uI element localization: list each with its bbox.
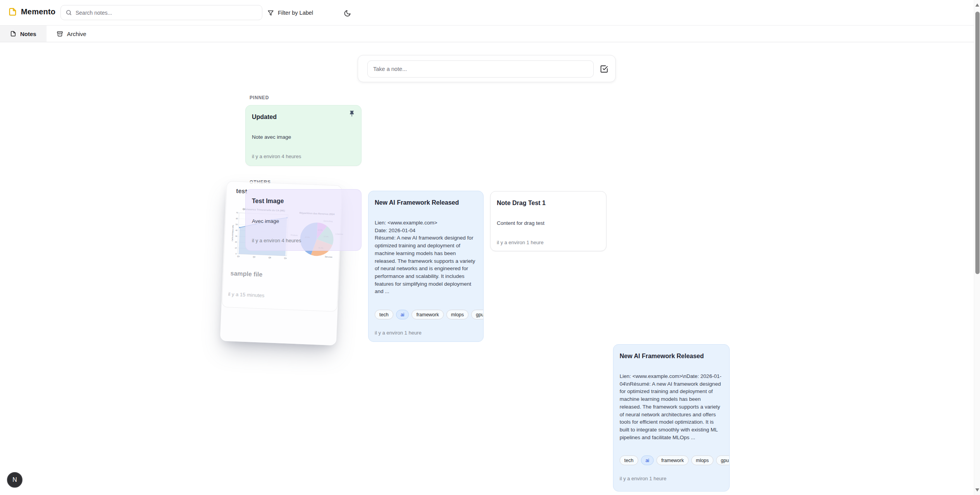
tag-pill[interactable]: ai (641, 455, 654, 465)
note-content: Avec image (252, 217, 355, 225)
note-content: Note avec image (252, 133, 355, 141)
svg-text:0: 0 (236, 253, 237, 255)
search-input[interactable] (76, 10, 257, 16)
note-card-ai-framework[interactable]: New AI Framework Released Lien: <www.exa… (368, 191, 484, 342)
note-content: Content for drag test (497, 219, 600, 227)
search-box[interactable] (60, 5, 262, 20)
note-title: New AI Framework Released (375, 199, 477, 207)
filter-by-label-button[interactable]: Filter by Label (267, 7, 313, 19)
header: Memento Filter by Label (0, 0, 980, 25)
svg-text:20: 20 (235, 241, 237, 243)
svg-text:Services: Services (325, 255, 332, 258)
svg-text:Q3: Q3 (269, 256, 271, 259)
tag-pill[interactable]: framework (412, 310, 443, 319)
tag-pill[interactable]: mlops (446, 310, 468, 319)
note-card-updated[interactable]: Updated Note avec image il y a environ 4… (245, 105, 362, 166)
filter-by-label-text: Filter by Label (278, 10, 313, 16)
svg-text:30: 30 (235, 235, 238, 237)
memento-app: Memento Filter by Label Notes Archive (0, 0, 980, 495)
note-card-ai-framework-copy[interactable]: New AI Framework Released Lien: <www.exa… (613, 344, 730, 492)
pinned-section-label: PINNED (250, 95, 269, 100)
tag-pill[interactable]: ai (396, 310, 409, 319)
note-logo-icon (8, 7, 17, 16)
note-card-drag-test[interactable]: Note Drag Test 1 Content for drag test i… (490, 191, 606, 251)
tag-list: techaiframeworkmlopsgpu (375, 310, 477, 319)
note-timestamp: il y a environ 1 heure (375, 330, 477, 336)
user-avatar[interactable]: N (7, 472, 22, 488)
tab-notes[interactable]: Notes (0, 26, 47, 42)
note-timestamp: il y a environ 1 heure (497, 240, 600, 245)
svg-text:10: 10 (235, 247, 237, 249)
svg-text:Q2: Q2 (253, 256, 255, 258)
note-timestamp: il y a environ 4 heures (252, 154, 355, 159)
archive-icon (57, 31, 63, 37)
checklist-toggle-button[interactable] (600, 65, 608, 73)
note-content: Lien: <www.example.com>\nDate: 2026-01-0… (620, 373, 723, 441)
svg-text:50: 50 (236, 224, 238, 226)
check-square-icon (600, 65, 608, 73)
pin-icon[interactable] (348, 110, 356, 118)
svg-text:60: 60 (236, 217, 238, 219)
funnel-icon (267, 10, 274, 16)
svg-text:Q1: Q1 (237, 255, 240, 257)
svg-text:70: 70 (236, 212, 238, 214)
app-title: Memento (21, 7, 55, 16)
moon-icon (344, 10, 351, 17)
search-icon (65, 9, 72, 16)
file-icon (10, 31, 16, 37)
note-content: Lien: <www.example.com> Date: 2026-01-04… (375, 219, 477, 295)
note-title: Updated (252, 113, 355, 121)
note-title: Test Image (252, 197, 355, 205)
app-logo: Memento (8, 7, 55, 16)
note-title: sample file (230, 270, 262, 278)
tag-pill[interactable]: gpu (716, 455, 730, 465)
note-timestamp: il y a environ 4 heures (252, 238, 355, 243)
note-composer (358, 55, 616, 82)
dark-mode-toggle[interactable] (341, 7, 353, 19)
take-a-note-input[interactable] (367, 60, 594, 78)
note-card-test-image[interactable]: Test Image Avec image il y a environ 4 h… (245, 189, 362, 251)
scrollbar-thumb[interactable] (975, 12, 980, 274)
note-timestamp: il y a 15 minutes (228, 291, 264, 298)
note-title: New AI Framework Released (620, 352, 723, 360)
note-title: Note Drag Test 1 (497, 199, 600, 207)
vertical-scrollbar (974, 0, 980, 495)
avatar-initial: N (12, 476, 17, 483)
scroll-down-arrow[interactable] (975, 488, 979, 492)
tab-bar: Notes Archive (0, 25, 980, 42)
tag-pill[interactable]: mlops (691, 455, 713, 465)
tag-pill[interactable]: tech (620, 455, 638, 465)
tab-archive[interactable]: Archive (47, 26, 96, 42)
svg-text:40: 40 (235, 229, 238, 231)
tab-archive-label: Archive (67, 31, 86, 37)
note-timestamp: il y a environ 1 heure (620, 476, 723, 481)
svg-text:Chiffre d'affaires (M€): Chiffre d'affaires (M€) (231, 225, 234, 241)
svg-text:Q4: Q4 (284, 257, 287, 259)
tag-pill[interactable]: tech (375, 310, 393, 319)
tab-notes-label: Notes (20, 31, 36, 37)
tag-pill[interactable]: gpu (471, 310, 484, 319)
scroll-up-arrow[interactable] (975, 3, 979, 7)
tag-list: techaiframeworkmlopsgpu (620, 455, 723, 465)
tag-pill[interactable]: framework (656, 455, 688, 465)
